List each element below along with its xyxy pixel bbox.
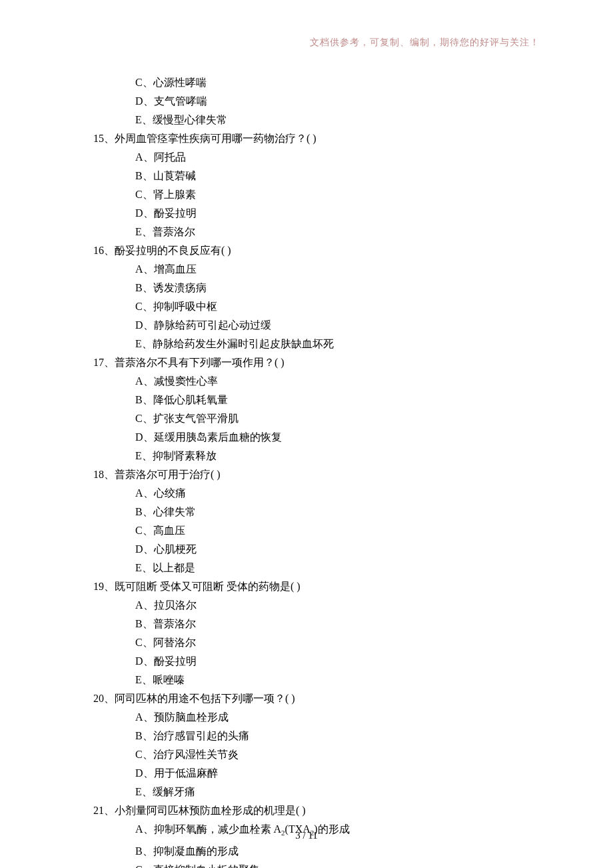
list-item: B、抑制凝血酶的形成 — [93, 842, 520, 861]
list-item: E、抑制肾素释放 — [93, 447, 520, 465]
list-item: B、普萘洛尔 — [93, 615, 520, 633]
question-stem: 18、普萘洛尔可用于治疗( ) — [93, 465, 520, 484]
list-item: D、延缓用胰岛素后血糖的恢复 — [93, 428, 520, 447]
question-stem: 20、阿司匹林的用途不包括下列哪一项？( ) — [93, 689, 520, 708]
question-stem: 21、小剂量阿司匹林预防血栓形成的机理是( ) — [93, 801, 520, 820]
question-number: 17、 — [93, 357, 115, 368]
document-body: C、心源性哮喘 D、支气管哮喘 E、缓慢型心律失常 15、外周血管痉挛性疾病可用… — [93, 73, 520, 868]
list-item: E、静脉给药发生外漏时引起皮肤缺血坏死 — [93, 335, 520, 353]
list-item: B、降低心肌耗氧量 — [93, 391, 520, 409]
list-item: E、缓解牙痛 — [93, 783, 520, 801]
list-item: C、扩张支气管平滑肌 — [93, 409, 520, 428]
question-text: 酚妥拉明的不良反应有( ) — [115, 245, 231, 256]
list-item: C、治疗风湿性关节炎 — [93, 745, 520, 764]
list-item: A、拉贝洛尔 — [93, 596, 520, 615]
list-item: B、山莨菪碱 — [93, 167, 520, 185]
list-item: D、心肌梗死 — [93, 540, 520, 559]
list-item: D、支气管哮喘 — [93, 92, 520, 111]
list-item: D、用于低温麻醉 — [93, 764, 520, 783]
list-item: C、肾上腺素 — [93, 185, 520, 204]
list-item: A、减慢窦性心率 — [93, 372, 520, 391]
question-text: 普萘洛尔不具有下列哪一项作用？( ) — [115, 357, 285, 368]
list-item: A、阿托品 — [93, 148, 520, 167]
question-text: 普萘洛尔可用于治疗( ) — [115, 469, 221, 480]
list-item: B、诱发溃疡病 — [93, 279, 520, 297]
list-item: C、直接抑制血小板的聚集 — [93, 861, 520, 868]
list-item: E、以上都是 — [93, 559, 520, 577]
list-item: A、增高血压 — [93, 260, 520, 279]
list-item: D、静脉给药可引起心动过缓 — [93, 316, 520, 335]
question-text: 小剂量阿司匹林预防血栓形成的机理是( ) — [115, 805, 306, 816]
question-text: 阿司匹林的用途不包括下列哪一项？( ) — [115, 693, 295, 704]
list-item: B、心律失常 — [93, 503, 520, 521]
question-stem: 15、外周血管痉挛性疾病可用哪一药物治疗？( ) — [93, 129, 520, 148]
list-item: C、抑制呼吸中枢 — [93, 297, 520, 316]
list-item: D、酚妥拉明 — [93, 652, 520, 671]
question-number: 21、 — [93, 805, 115, 816]
list-item: C、阿替洛尔 — [93, 633, 520, 652]
question-number: 16、 — [93, 245, 115, 256]
question-number: 19、 — [93, 581, 115, 592]
list-item: E、哌唑嗪 — [93, 671, 520, 689]
question-number: 20、 — [93, 693, 115, 704]
question-text: 既可阻断 受体又可阻断 受体的药物是( ) — [115, 581, 301, 592]
list-item: C、心源性哮喘 — [93, 73, 520, 92]
list-item: A、心绞痛 — [93, 484, 520, 503]
question-text: 外周血管痉挛性疾病可用哪一药物治疗？( ) — [115, 133, 316, 144]
list-item: C、高血压 — [93, 521, 520, 540]
header-note: 文档供参考，可复制、编制，期待您的好评与关注！ — [310, 37, 540, 49]
list-item: B、治疗感冒引起的头痛 — [93, 727, 520, 745]
question-stem: 16、酚妥拉明的不良反应有( ) — [93, 241, 520, 260]
question-stem: 17、普萘洛尔不具有下列哪一项作用？( ) — [93, 353, 520, 372]
list-item: E、普萘洛尔 — [93, 223, 520, 241]
list-item: A、预防脑血栓形成 — [93, 708, 520, 727]
page-number: 3 / 11 — [0, 830, 613, 841]
list-item: D、酚妥拉明 — [93, 204, 520, 223]
question-number: 18、 — [93, 469, 115, 480]
question-stem: 19、既可阻断 受体又可阻断 受体的药物是( ) — [93, 577, 520, 596]
list-item: E、缓慢型心律失常 — [93, 111, 520, 129]
question-number: 15、 — [93, 133, 115, 144]
